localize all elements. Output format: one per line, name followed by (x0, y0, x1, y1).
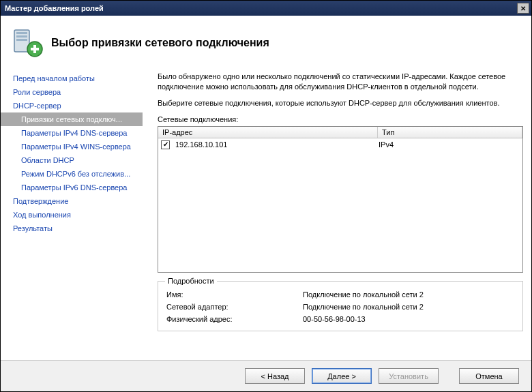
wizard-header: Выбор привязки сетевого подключения (1, 16, 531, 65)
detail-adapter-label: Сетевой адаптер: (166, 303, 303, 311)
details-group: Подробности Имя: Подключение по локально… (158, 281, 523, 331)
detail-name-label: Имя: (166, 290, 303, 299)
sidebar-item-ipv4-dns[interactable]: Параметры IPv4 DNS-сервера (1, 126, 143, 140)
sidebar-item-ipv4-wins[interactable]: Параметры IPv4 WINS-сервера (1, 140, 143, 153)
sidebar-item-progress[interactable]: Ход выполнения (1, 208, 143, 222)
svg-rect-6 (31, 48, 39, 50)
button-bar: < Назад Далее > Установить Отмена (1, 360, 531, 391)
wizard-body: Перед началом работы Роли сервера DHCP-с… (1, 65, 531, 360)
connections-table: IP-адрес Тип ✔ 192.168.10.101 IPv4 (158, 126, 523, 273)
detail-name-value: Подключение по локальной сети 2 (303, 290, 514, 299)
cancel-button[interactable]: Отмена (459, 368, 519, 384)
row-ip: 192.168.10.101 (175, 140, 379, 149)
detail-mac-value: 00-50-56-98-00-13 (303, 315, 514, 323)
install-button: Установить (379, 368, 439, 384)
main-panel: Было обнаружено одно или несколько подкл… (143, 65, 531, 360)
intro-text: Было обнаружено одно или несколько подкл… (158, 72, 523, 92)
row-checkbox[interactable]: ✔ (161, 140, 170, 149)
sidebar-item-results[interactable]: Результаты (1, 222, 143, 235)
sidebar: Перед началом работы Роли сервера DHCP-с… (1, 65, 143, 360)
svg-rect-1 (16, 32, 27, 34)
page-title: Выбор привязки сетевого подключения (51, 37, 269, 49)
sidebar-item-network-bindings[interactable]: Привязки сетевых подключ... (1, 112, 143, 126)
row-type: IPv4 (379, 140, 520, 149)
sidebar-item-dhcpv6-stateless[interactable]: Режим DHCPv6 без отслежив... (1, 167, 143, 181)
svg-rect-2 (16, 35, 27, 37)
window-title: Мастер добавления ролей (5, 4, 517, 12)
wizard-window: Мастер добавления ролей ✕ Выбор привязки… (0, 0, 532, 392)
sidebar-item-ipv6-dns[interactable]: Параметры IPv6 DNS-сервера (1, 181, 143, 194)
column-type[interactable]: Тип (378, 127, 522, 138)
svg-rect-3 (16, 39, 27, 41)
detail-adapter-value: Подключение по локальной сети 2 (303, 303, 514, 311)
detail-mac-label: Физический адрес: (166, 315, 303, 323)
column-ip[interactable]: IP-адрес (158, 127, 378, 138)
table-row[interactable]: ✔ 192.168.10.101 IPv4 (158, 138, 522, 151)
checkmark-icon: ✔ (163, 141, 168, 148)
close-icon: ✕ (520, 5, 526, 12)
close-button[interactable]: ✕ (517, 3, 529, 14)
sidebar-item-confirmation[interactable]: Подтверждение (1, 194, 143, 208)
sidebar-item-server-roles[interactable]: Роли сервера (1, 85, 143, 99)
details-legend: Подробности (165, 277, 217, 285)
titlebar[interactable]: Мастер добавления ролей ✕ (1, 1, 531, 16)
sidebar-item-before-begin[interactable]: Перед началом работы (1, 72, 143, 85)
server-role-icon (12, 27, 43, 59)
back-button[interactable]: < Назад (245, 368, 305, 384)
instruction-text: Выберите сетевые подключения, которые ис… (158, 99, 523, 107)
table-header: IP-адрес Тип (158, 127, 522, 138)
sidebar-item-dhcp-server[interactable]: DHCP-сервер (1, 99, 143, 112)
sidebar-item-dhcp-scopes[interactable]: Области DHCP (1, 153, 143, 167)
connections-label: Сетевые подключения: (158, 115, 523, 123)
next-button[interactable]: Далее > (312, 368, 372, 384)
